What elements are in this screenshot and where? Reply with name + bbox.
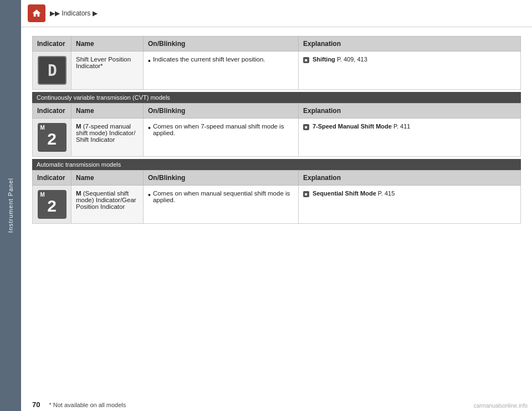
watermark: carmanualsonline.info [474, 403, 528, 409]
name-cell-1: Shift Lever Position Indicator* [71, 52, 144, 90]
bullet-item-1: Indicates the current shift lever positi… [148, 56, 294, 66]
book-icon-cvt: ■ [303, 124, 309, 130]
col-on-blinking-auto: On/Blinking [144, 171, 299, 186]
col-indicator-cvt: Indicator [33, 104, 71, 119]
sidebar-label: Instrument Panel [7, 178, 14, 233]
col-explanation-1: Explanation [299, 37, 521, 52]
ref-link-auto: ■ Sequential Shift Mode P. 415 [303, 190, 395, 197]
ref-link-1: ■ Shifting P. 409, 413 [303, 56, 367, 63]
col-explanation-auto: Explanation [299, 171, 521, 186]
bullet-item-cvt: Comes on when 7-speed manual shift mode … [148, 123, 294, 136]
on-blinking-cell-auto: Comes on when manual sequential shift mo… [144, 186, 299, 224]
indicator-cell-auto: M 2 [33, 186, 71, 224]
indicator-cell-cvt: M 2 [33, 119, 71, 157]
col-on-blinking-cvt: On/Blinking [144, 104, 299, 119]
table-1: Indicator Name On/Blinking Explanation D [32, 36, 521, 90]
home-icon [32, 8, 42, 18]
explanation-cell-auto: ■ Sequential Shift Mode P. 415 [299, 186, 521, 224]
home-button[interactable] [28, 4, 45, 22]
auto-section-header: Automatic transmission models [32, 159, 521, 170]
table-cvt: Indicator Name On/Blinking Explanation M… [32, 103, 521, 157]
footnote: * Not available on all models [49, 402, 126, 408]
book-icon-auto: ■ [303, 191, 309, 197]
footer: 70 * Not available on all models [21, 398, 532, 411]
table-container-auto: Automatic transmission models Indicator … [32, 159, 521, 224]
bullet-item-auto: Comes on when manual sequential shift mo… [148, 190, 294, 203]
main-content: ▶▶ Indicators ▶ Indicator Name On/Blinki… [21, 0, 532, 411]
m2-icon-cvt: M 2 [38, 123, 66, 152]
col-indicator-auto: Indicator [33, 171, 71, 186]
table-auto: Indicator Name On/Blinking Explanation M… [32, 170, 521, 224]
col-name-1: Name [71, 37, 144, 52]
explanation-cell-cvt: ■ 7-Speed Manual Shift Mode P. 411 [299, 119, 521, 157]
col-indicator-1: Indicator [33, 37, 71, 52]
name-cell-auto: M (Sequential shift mode) Indicator/Gear… [71, 186, 144, 224]
table-container-1: Indicator Name On/Blinking Explanation D [32, 36, 521, 90]
on-blinking-cell-cvt: Comes on when 7-speed manual shift mode … [144, 119, 299, 157]
table-row: D Shift Lever Position Indicator* Indica… [33, 52, 521, 90]
col-explanation-cvt: Explanation [299, 104, 521, 119]
table-row: M 2 M (7-speed manual shift mode) Indica… [33, 119, 521, 157]
book-icon-1: ■ [303, 57, 309, 63]
m2-icon-auto: M 2 [38, 190, 66, 219]
page-number: 70 [32, 400, 40, 409]
breadcrumb: ▶▶ Indicators ▶ [50, 9, 98, 17]
name-cell-cvt: M (7-speed manual shift mode) Indicator/… [71, 119, 144, 157]
col-name-cvt: Name [71, 104, 144, 119]
table-container-cvt: Continuously variable transmission (CVT)… [32, 92, 521, 157]
on-blinking-cell-1: Indicates the current shift lever positi… [144, 52, 299, 90]
content-area: Indicator Name On/Blinking Explanation D [21, 27, 532, 398]
top-bar: ▶▶ Indicators ▶ [21, 0, 532, 27]
indicator-cell-1: D [33, 52, 71, 90]
segment-display-icon: D [38, 56, 66, 85]
col-on-blinking-1: On/Blinking [144, 37, 299, 52]
cvt-section-header: Continuously variable transmission (CVT)… [32, 92, 521, 103]
table-row: M 2 M (Sequential shift mode) Indicator/… [33, 186, 521, 224]
page-wrapper: Instrument Panel ▶▶ Indicators ▶ Indicat… [0, 0, 532, 411]
col-name-auto: Name [71, 171, 144, 186]
sidebar: Instrument Panel [0, 0, 21, 411]
explanation-cell-1: ■ Shifting P. 409, 413 [299, 52, 521, 90]
ref-link-cvt: ■ 7-Speed Manual Shift Mode P. 411 [303, 123, 410, 130]
